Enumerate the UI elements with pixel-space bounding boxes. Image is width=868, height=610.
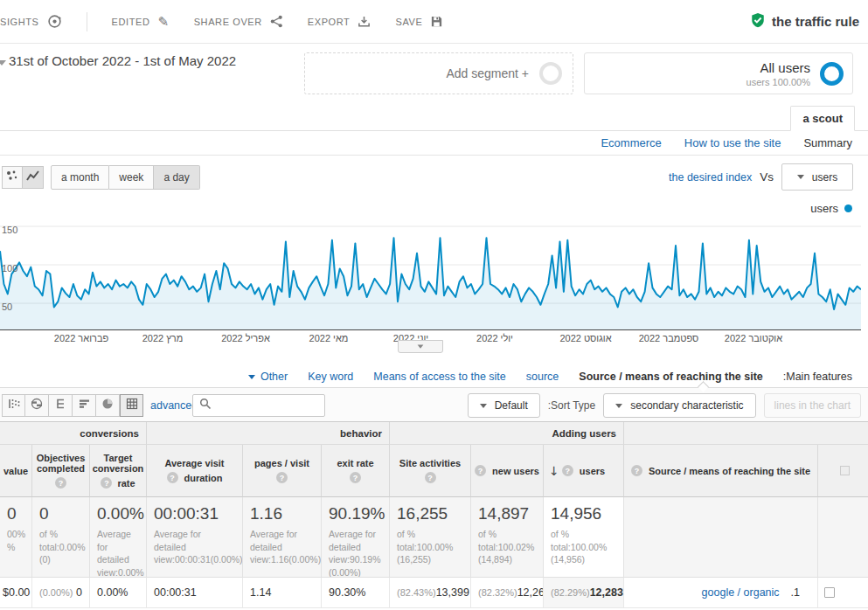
dimension-other-label: Other <box>260 371 288 383</box>
all-users-subtitle: users 100.00% <box>746 77 810 87</box>
metric-compare-area: the desired index Vs users <box>669 163 853 191</box>
chart-canvas <box>0 218 861 330</box>
export-button[interactable]: EXPORT <box>308 15 372 28</box>
help-icon[interactable]: ? <box>631 465 642 476</box>
nav-how-to-use[interactable]: How to use the site <box>684 136 781 149</box>
col-header-users[interactable]: ↓ ? users <box>543 445 623 497</box>
granularity-week-button[interactable]: week <box>109 165 154 190</box>
tab-scout[interactable]: a scout <box>790 106 855 131</box>
dimension-keyword[interactable]: Key word <box>308 371 353 383</box>
chart-annotations-toggle[interactable] <box>398 340 443 353</box>
insights-button[interactable]: SIGHTS <box>0 14 62 29</box>
pencil-icon: ✎ <box>158 14 170 30</box>
segment-ring-icon <box>539 62 562 85</box>
advanced-filter-link[interactable]: advanced <box>150 399 198 412</box>
pivot-view-button[interactable] <box>49 394 73 417</box>
select-metric-link[interactable]: the desired index <box>669 171 752 184</box>
bars-icon <box>78 398 90 413</box>
table-sort-controls: Default :Sort Type secondary characteris… <box>468 393 861 418</box>
col-header-pages-visit[interactable]: pages / visit ? <box>242 445 321 497</box>
row-checkbox[interactable] <box>824 587 835 598</box>
chart-type-buttons <box>2 166 44 189</box>
col-header-source-medium[interactable]: ? Source / means of reaching the site <box>623 445 817 497</box>
y-tick-150: 150 <box>2 225 17 235</box>
cell-pages-visit: 1.14 <box>242 578 321 608</box>
row-index: .1 <box>791 586 800 599</box>
source-link[interactable]: google / organic <box>702 586 780 599</box>
comparison-icon <box>31 398 43 413</box>
summary-objectives: 0 of % total:0.00% (0) <box>31 497 89 578</box>
percentage-view-button[interactable] <box>96 394 120 417</box>
share-icon <box>270 15 283 28</box>
add-segment-box[interactable]: Add segment + <box>304 52 573 94</box>
nav-summary[interactable]: Summary <box>803 136 852 149</box>
metric-dropdown[interactable]: users <box>781 163 853 191</box>
dimension-source[interactable]: source <box>526 371 559 383</box>
secondary-dimension-dropdown[interactable]: secondary characteristic <box>603 393 755 418</box>
dimension-access[interactable]: Means of access to the site <box>373 371 505 383</box>
edited-button[interactable]: EDITED ✎ <box>112 14 170 30</box>
report-actions: SIGHTS EDITED ✎ SHARE OVER EXPORT <box>0 12 443 31</box>
dimension-other-dropdown[interactable]: Other <box>248 371 288 383</box>
share-button[interactable]: SHARE OVER <box>194 15 283 28</box>
cell-objectives: (0.00%) 0 <box>31 578 89 608</box>
x-tick-may: מאי 2022 <box>309 333 349 343</box>
vs-label: Vs <box>760 170 774 184</box>
summary-site-activities: 16,255 of % total:100.00% (16,255) <box>389 497 470 578</box>
x-tick-jul: יולי 2022 <box>476 333 513 343</box>
cell-new-users: (82.32%) 12,263 <box>470 578 543 608</box>
search-input[interactable] <box>216 399 312 412</box>
motion-chart-button[interactable] <box>2 166 23 189</box>
help-icon[interactable]: ? <box>101 477 112 489</box>
save-button[interactable]: SAVE <box>395 15 443 28</box>
summary-exit-rate: 90.19% Average for detailed view:90.19% … <box>321 497 389 578</box>
table-view-button[interactable] <box>120 394 143 417</box>
share-label: SHARE OVER <box>194 17 262 27</box>
col-header-new-users[interactable]: ? new users <box>470 445 543 497</box>
comparison-view-button[interactable] <box>25 394 49 417</box>
help-icon[interactable]: ? <box>562 465 573 476</box>
x-tick-oct: אוקטובר 2022 <box>725 333 782 343</box>
col-header-target-rate[interactable]: Target conversion ? rate <box>89 445 146 497</box>
dimension-links: Other Key word Means of access to the si… <box>0 365 868 388</box>
save-label: SAVE <box>395 17 422 27</box>
chevron-down-icon <box>615 404 622 408</box>
select-all-checkbox[interactable] <box>840 466 850 475</box>
save-icon <box>430 15 443 28</box>
granularity-month-button[interactable]: a month <box>51 165 109 190</box>
line-chart-button[interactable] <box>23 166 44 189</box>
col-header-exit-rate[interactable]: exit rate ? <box>321 445 389 497</box>
col-header-select <box>817 445 868 497</box>
col-header-objectives[interactable]: Objectives completed ? <box>31 445 89 497</box>
granularity-day-button[interactable]: a day <box>154 165 199 190</box>
analytics-report-page: SIGHTS EDITED ✎ SHARE OVER EXPORT <box>0 0 868 610</box>
help-icon[interactable]: ? <box>276 472 288 483</box>
help-icon[interactable]: ? <box>167 472 178 483</box>
metric-dropdown-value: users <box>812 171 837 184</box>
chevron-down-icon <box>797 175 804 179</box>
col-header-site-activities[interactable]: Site activities ? <box>389 445 470 497</box>
summary-source-blank <box>623 497 817 578</box>
all-users-segment[interactable]: All users users 100.00% <box>584 52 853 94</box>
chevron-down-icon <box>248 375 255 379</box>
sort-type-label: :Sort Type <box>548 399 595 412</box>
group-behavior: behavior <box>146 422 389 445</box>
help-icon[interactable]: ? <box>475 465 486 476</box>
scatter-dots-icon <box>6 170 18 185</box>
col-header-value[interactable]: value <box>0 445 31 497</box>
top-toolbar: SIGHTS EDITED ✎ SHARE OVER EXPORT <box>0 0 868 44</box>
help-icon[interactable]: ? <box>350 472 361 483</box>
nav-ecommerce[interactable]: Ecommerce <box>601 136 661 149</box>
cell-exit-rate: 90.30% <box>321 578 389 608</box>
pie-chart-icon <box>101 398 114 413</box>
performance-view-button[interactable] <box>73 394 96 417</box>
sort-default-dropdown[interactable]: Default <box>468 393 540 418</box>
term-cloud-view-button[interactable] <box>2 394 25 417</box>
help-icon[interactable]: ? <box>425 472 436 483</box>
traffic-line-chart: 50 100 150 <box>0 218 861 330</box>
summary-target-rate: 0.00% Average for detailed view:0.00% (0… <box>89 497 146 578</box>
date-range[interactable]: 31st of October 2022 - 1st of May 2022 <box>9 53 236 68</box>
dimension-source-medium-active[interactable]: Source / means of reaching the site <box>579 371 762 383</box>
col-header-avg-duration[interactable]: Average visit ? duration <box>146 445 242 497</box>
help-icon[interactable]: ? <box>55 477 66 489</box>
